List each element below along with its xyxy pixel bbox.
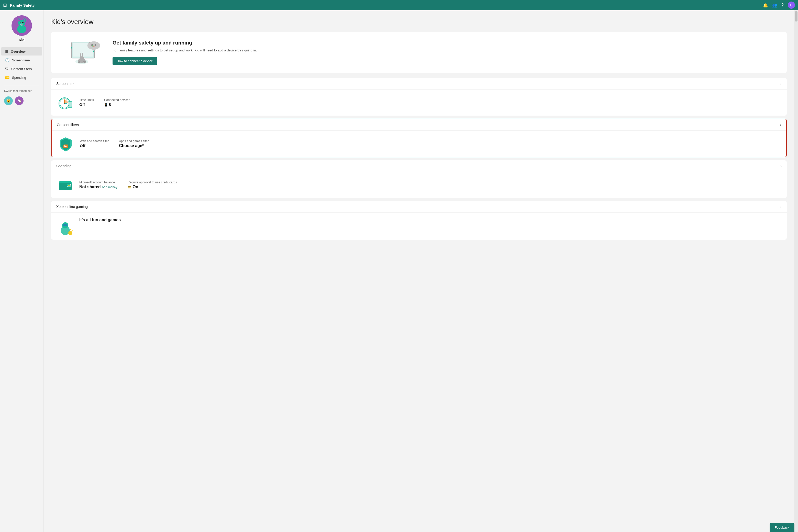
xbox-fun-value: It's all fun and games: [79, 218, 121, 222]
svg-point-20: [95, 44, 96, 46]
time-limits-label: Time limits: [79, 98, 94, 102]
sidebar-item-spending[interactable]: 💳 Spending: [1, 73, 42, 81]
hero-illustration: ✦ ✦ ✦: [59, 37, 105, 68]
xbox-fun-item: It's all fun and games: [79, 218, 121, 222]
connected-devices-label: Connected devices: [104, 98, 130, 102]
screen-time-data: Time limits Off Connected devices 📱 0: [79, 98, 399, 107]
spending-body: Microsoft account balance Not shared Add…: [51, 172, 399, 198]
xbox-gaming-body: It's all fun and games: [51, 212, 399, 240]
web-filter-value: Off: [80, 144, 86, 148]
svg-point-26: [80, 54, 81, 58]
device-icon: 📱: [104, 103, 108, 107]
apps-filter-label: Apps and games filter: [119, 139, 149, 143]
xbox-gaming-card: Xbox online gaming ›: [51, 201, 399, 240]
content-filters-body: Web and search filter Off Apps and games…: [52, 131, 399, 157]
screen-time-illustration: [56, 94, 74, 112]
balance-item: Microsoft account balance Not shared Add…: [79, 180, 117, 189]
hero-card: ✦ ✦ ✦ Get family safety up and running F…: [51, 32, 399, 73]
sidebar-item-overview[interactable]: ⊞ Overview: [1, 47, 42, 56]
svg-point-12: [21, 24, 21, 24]
svg-point-49: [68, 231, 72, 235]
balance-label: Microsoft account balance: [79, 180, 117, 184]
svg-point-11: [20, 23, 23, 25]
credit-card-icon: 💳: [128, 186, 131, 189]
svg-rect-48: [63, 224, 68, 226]
credit-card-label: Require approval to use credit cards: [128, 180, 177, 184]
family-avatar-1[interactable]: 🐱: [4, 96, 13, 105]
hero-text: Get family safety up and running For fam…: [113, 40, 399, 65]
card-icon: 💳: [5, 75, 10, 79]
spending-card: Spending › Microsoft account balance Not…: [51, 160, 399, 198]
overview-icon: ⊞: [5, 49, 8, 54]
xbox-gaming-header[interactable]: Xbox online gaming ›: [51, 201, 399, 212]
switch-family-label: Switch family member: [0, 88, 43, 93]
sidebar-item-overview-label: Overview: [11, 50, 25, 54]
svg-point-9: [20, 22, 21, 22]
spending-title: Spending: [56, 164, 71, 168]
svg-text:✦: ✦: [89, 41, 91, 44]
svg-line-51: [72, 230, 73, 231]
time-limits-item: Time limits Off: [79, 98, 94, 107]
credit-card-item: Require approval to use credit cards 💳 O…: [128, 180, 177, 189]
svg-point-13: [22, 24, 22, 24]
spending-data: Microsoft account balance Not shared Add…: [79, 180, 399, 189]
web-filter-item: Web and search filter Off: [80, 139, 109, 148]
connect-device-button[interactable]: How to connect a device: [113, 57, 157, 65]
sidebar-item-screen-time[interactable]: 🕐 Screen time: [1, 56, 42, 64]
kid-profile: Kid: [0, 15, 43, 42]
add-money-link[interactable]: Add money: [102, 186, 117, 189]
svg-point-6: [24, 19, 25, 22]
time-limits-value: Off: [79, 102, 85, 107]
page-title: Kid's overview: [51, 18, 399, 26]
main-content: Kid's overview: [43, 10, 399, 266]
screen-time-card: Screen time ›: [51, 78, 399, 116]
svg-text:✦: ✦: [92, 50, 95, 53]
xbox-illustration: [56, 218, 74, 235]
topbar: ⊞ Family Safety 🔔 👥 ? U: [0, 0, 399, 10]
svg-point-7: [20, 22, 21, 23]
sidebar-item-content-filters-label: Content filters: [11, 67, 32, 71]
screen-time-body: Time limits Off Connected devices 📱 0: [51, 90, 399, 116]
grid-icon[interactable]: ⊞: [3, 2, 7, 8]
web-filter-label: Web and search filter: [80, 139, 109, 143]
kid-avatar: [12, 15, 32, 36]
content-filters-card: Content filters › Web and search filter …: [51, 119, 399, 157]
svg-text:✦: ✦: [70, 46, 73, 50]
connected-devices-value: 📱 0: [104, 102, 111, 107]
svg-point-10: [23, 22, 23, 22]
clock-icon: 🕐: [5, 58, 10, 62]
screen-time-title: Screen time: [56, 81, 75, 86]
content-filters-illustration: [57, 135, 75, 153]
balance-value: Not shared: [79, 185, 101, 189]
sidebar-item-content-filters[interactable]: 🛡 Content filters: [1, 65, 42, 73]
credit-card-value: 💳 On: [128, 185, 138, 189]
shield-icon: 🛡: [5, 67, 9, 71]
svg-point-28: [78, 61, 80, 63]
family-avatar-2[interactable]: 🦙: [15, 96, 23, 105]
svg-point-29: [83, 61, 86, 63]
sidebar-item-spending-label: Spending: [12, 76, 26, 79]
svg-point-8: [22, 22, 24, 23]
kid-name: Kid: [19, 38, 24, 42]
content-filters-data: Web and search filter Off Apps and games…: [80, 139, 399, 148]
app-title: Family Safety: [10, 3, 399, 7]
svg-point-5: [18, 19, 20, 22]
xbox-data: It's all fun and games: [79, 218, 399, 222]
svg-rect-39: [69, 102, 72, 107]
svg-point-45: [68, 185, 70, 186]
apps-filter-item: Apps and games filter Choose age*: [119, 139, 149, 148]
spending-illustration: [56, 176, 74, 194]
sidebar-item-screen-time-label: Screen time: [12, 58, 30, 62]
content-filters-header[interactable]: Content filters ›: [52, 119, 399, 131]
hero-description: For family features and settings to get …: [113, 48, 399, 53]
apps-filter-value: Choose age*: [119, 144, 144, 148]
svg-point-22: [92, 45, 94, 46]
connected-devices-item: Connected devices 📱 0: [104, 98, 130, 107]
svg-point-27: [82, 53, 83, 57]
spending-header[interactable]: Spending ›: [51, 160, 399, 172]
family-avatars: 🐱 🦙: [0, 95, 43, 106]
sidebar-divider: [4, 85, 39, 85]
content-filters-title: Content filters: [57, 123, 79, 127]
sidebar: Kid ⊞ Overview 🕐 Screen time 🛡 Content f…: [0, 10, 43, 266]
screen-time-header[interactable]: Screen time ›: [51, 78, 399, 90]
